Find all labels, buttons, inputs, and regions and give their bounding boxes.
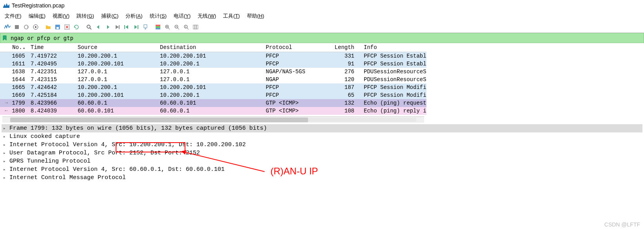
chevron-right-icon[interactable]: ▸ [3,159,8,164]
packet-time: 8.423966 [27,99,74,107]
chevron-right-icon[interactable]: ▸ [3,175,8,180]
go-to-packet-icon[interactable] [113,23,122,31]
packet-protocol: NGAP [263,76,325,83]
packet-time: 7.422351 [27,68,74,76]
svg-rect-13 [156,25,160,26]
bookmark-icon[interactable] [2,35,7,41]
packet-row[interactable]: 16387.422351127.0.0.1127.0.0.1NGAP/NAS-5… [0,68,426,76]
menu-telephony[interactable]: 电话(Y) [174,13,190,20]
detail-row[interactable]: ▸Internet Protocol Version 4, Src: 10.20… [2,141,642,149]
zoom-out-icon[interactable] [172,23,181,31]
packet-row[interactable]: 16657.42464210.200.200.110.200.200.101PF… [0,83,426,91]
toolbar: 1 [0,21,644,33]
packet-list-pane[interactable]: No.▴ Time Source Destination Protocol Le… [0,43,426,123]
menu-go[interactable]: 跳转(G) [76,13,94,20]
menu-edit[interactable]: 编辑(E) [29,13,45,20]
packet-list-header[interactable]: No.▴ Time Source Destination Protocol Le… [0,43,426,52]
svg-rect-27 [195,25,196,29]
packet-source: 10.200.200.1 [74,83,157,91]
packet-protocol: PFCP [263,83,325,91]
menu-statistics[interactable]: 统计(S) [150,13,167,20]
watermark: CSDN @LFTF [604,221,640,228]
packet-protocol: PFCP [263,60,325,68]
packet-length: 132 [325,99,361,107]
zoom-in-icon[interactable] [163,23,172,31]
packet-row[interactable]: 16117.42049510.200.200.10110.200.200.1PF… [0,60,426,68]
packet-time: 7.420495 [27,60,74,68]
detail-row[interactable]: ▸Linux cooked capture [2,132,642,141]
detail-text: Internet Control Message Protocol [9,174,126,181]
detail-row[interactable]: ▸Internet Control Message Protocol [2,174,642,182]
detail-text: User Datagram Protocol, Src Port: 2152, … [9,150,200,156]
close-file-icon[interactable] [63,23,71,31]
packet-row[interactable]: →17998.42396660.60.0.160.60.0.101GTP <IC… [0,99,426,107]
packet-destination: 10.200.200.1 [157,91,263,99]
packet-info: PFCP Session Establishment Request [361,52,426,60]
menu-help[interactable]: 帮助(H) [247,13,264,20]
horizontal-scrollbar[interactable] [2,116,424,123]
packet-time: 7.424642 [27,83,74,91]
packet-length: 108 [325,107,361,115]
packet-no: 1638 [0,68,27,76]
go-back-icon[interactable] [94,23,103,31]
packet-no: 1669 [0,91,27,99]
svg-rect-5 [56,27,59,29]
packet-time: 7.425184 [27,91,74,99]
reload-icon[interactable] [72,23,81,31]
packet-source: 60.60.0.101 [74,107,157,115]
save-file-icon[interactable] [53,23,62,31]
window-title: TestRegistration.pcap [12,2,65,9]
packet-time: 7.419722 [27,52,74,60]
display-filter-input[interactable] [9,34,642,42]
capture-options-icon[interactable] [31,23,40,31]
packet-destination: 10.200.200.1 [157,60,263,68]
detail-row[interactable]: ▸Internet Protocol Version 4, Src: 60.60… [2,165,642,174]
menu-file[interactable]: 文件(F) [5,13,22,20]
chevron-right-icon[interactable]: ▸ [3,126,8,131]
capture-start-icon[interactable] [3,23,12,31]
packet-row[interactable]: 16447.423115127.0.0.1127.0.0.1NGAP120PDU… [0,76,426,83]
svg-rect-15 [156,28,160,29]
detail-row[interactable]: ▸User Datagram Protocol, Src Port: 2152,… [2,149,642,157]
packet-no: 1665 [0,83,27,91]
packet-info: Echo (ping) reply id=0x306a, seq=1/256, … [361,107,426,115]
resize-columns-icon[interactable] [191,23,200,31]
packet-length: 65 [325,91,361,99]
packet-source: 127.0.0.1 [74,68,157,76]
svg-rect-28 [196,25,198,29]
packet-destination: 60.60.0.101 [157,99,263,107]
chevron-right-icon[interactable]: ▸ [3,167,8,172]
packet-detail-pane[interactable]: ▸Frame 1799: 132 bytes on wire (1056 bit… [0,123,644,183]
packet-row[interactable]: ←18008.42403960.60.0.10160.60.0.1GTP <IC… [0,107,426,115]
go-last-icon[interactable] [132,23,140,31]
packet-row[interactable]: 16057.41972210.200.200.110.200.200.101PF… [0,52,426,60]
packet-length: 276 [325,68,361,76]
svg-rect-10 [124,25,125,29]
auto-scroll-icon[interactable] [141,23,150,31]
wireshark-icon [3,2,9,9]
packet-length: 120 [325,76,361,83]
packet-row[interactable]: 16697.42518410.200.200.10110.200.200.1PF… [0,91,426,99]
menu-capture[interactable]: 捕获(C) [101,13,118,20]
menu-wireless[interactable]: 无线(W) [198,13,216,20]
open-file-icon[interactable] [44,23,53,31]
go-first-icon[interactable] [122,23,131,31]
packet-protocol: PFCP [263,91,325,99]
chevron-right-icon[interactable]: ▸ [3,134,8,139]
chevron-right-icon[interactable]: ▸ [3,150,8,156]
detail-row[interactable]: ▸Frame 1799: 132 bytes on wire (1056 bit… [2,124,642,132]
go-forward-icon[interactable] [103,23,112,31]
menu-view[interactable]: 视图(V) [53,13,69,20]
find-icon[interactable] [85,23,93,31]
packet-time: 8.424039 [27,107,74,115]
capture-stop-icon[interactable] [13,23,21,31]
packet-no: ←1800 [0,107,27,115]
capture-restart-icon[interactable] [22,23,31,31]
zoom-reset-icon[interactable]: 1 [182,23,190,31]
chevron-right-icon[interactable]: ▸ [3,142,8,147]
detail-row[interactable]: ▸GPRS Tunneling Protocol [2,157,642,165]
menu-analyze[interactable]: 分析(A) [125,13,142,20]
svg-point-3 [35,26,36,28]
menu-tools[interactable]: 工具(T) [223,13,240,20]
colorize-icon[interactable] [154,23,162,31]
